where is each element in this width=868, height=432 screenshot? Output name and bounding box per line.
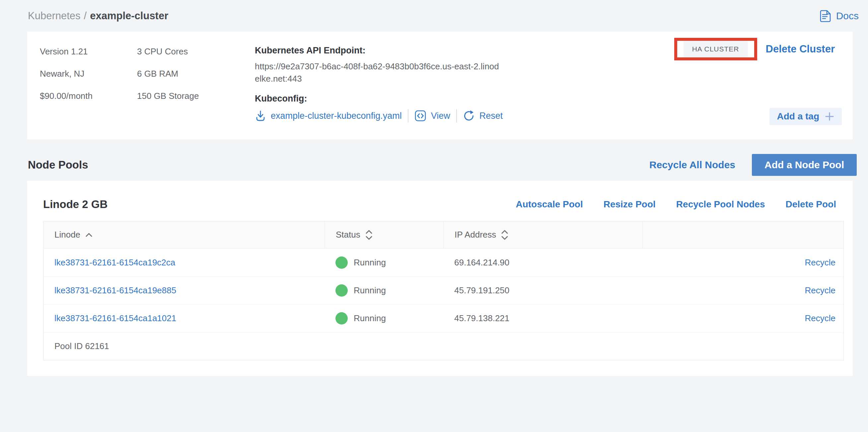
pool-name: Linode 2 GB	[43, 198, 107, 211]
nodes-table: Linode Status IP Address	[43, 221, 844, 360]
cluster-specs: Version 1.21 Newark, NJ $90.00/month 3 C…	[40, 40, 199, 107]
node-action-cell: Recycle	[642, 305, 843, 332]
table-row: lke38731-62161-6154ca19e885 Running 45.7…	[43, 276, 843, 304]
refresh-icon	[463, 110, 475, 122]
ha-cluster-badge: HA CLUSTER	[684, 41, 748, 57]
column-header-status-label: Status	[336, 229, 360, 240]
node-name-cell: lke38731-62161-6154ca1a1021	[43, 305, 324, 332]
node-pool-card: Linode 2 GB Autoscale Pool Resize Pool R…	[27, 181, 853, 376]
pool-action-links: Autoscale Pool Resize Pool Recycle Pool …	[516, 199, 836, 210]
ip-address: 69.164.214.90	[454, 257, 509, 268]
node-ip-cell: 45.79.138.221	[443, 305, 642, 332]
add-tag-label: Add a tag	[777, 111, 819, 122]
autoscale-pool-button[interactable]: Autoscale Pool	[516, 199, 583, 210]
download-icon	[255, 110, 266, 121]
chevron-up-down-icon	[365, 229, 373, 240]
resize-pool-button[interactable]: Resize Pool	[603, 199, 656, 210]
recycle-all-nodes-button[interactable]: Recycle All Nodes	[649, 159, 735, 171]
recycle-node-button[interactable]: Recycle	[805, 257, 835, 268]
node-pools-actions: Recycle All Nodes Add a Node Pool	[649, 154, 853, 176]
breadcrumb-separator: /	[84, 10, 87, 22]
node-pools-section-header: Node Pools Recycle All Nodes Add a Node …	[28, 154, 853, 176]
api-endpoint-label: Kubernetes API Endpoint:	[255, 45, 507, 56]
spec-version: Version 1.21	[40, 40, 137, 63]
divider	[408, 109, 408, 122]
breadcrumb-cluster-name[interactable]: example-cluster	[90, 10, 168, 22]
status-label: Running	[354, 313, 386, 323]
chevron-up-down-icon	[501, 229, 509, 240]
node-action-cell: Recycle	[642, 277, 843, 304]
pool-id-footer: Pool ID 62161	[43, 332, 843, 360]
column-header-actions	[642, 221, 843, 248]
ip-address: 45.79.191.250	[454, 285, 509, 296]
add-tag-button[interactable]: Add a tag	[770, 108, 842, 125]
docs-label: Docs	[836, 10, 859, 22]
pool-id-label: Pool ID 62161	[54, 341, 109, 351]
node-status-cell: Running	[324, 305, 443, 332]
node-action-cell: Recycle	[642, 248, 843, 276]
spec-price: $90.00/month	[40, 85, 137, 107]
spec-storage: 150 GB Storage	[137, 85, 199, 107]
chevron-up-icon	[85, 232, 93, 237]
status-label: Running	[354, 285, 386, 296]
spec-ram: 6 GB RAM	[137, 63, 199, 85]
code-brackets-icon	[414, 110, 426, 122]
kubeconfig-actions: example-cluster-kubeconfig.yaml View Res…	[255, 109, 507, 122]
delete-cluster-button[interactable]: Delete Cluster	[766, 43, 835, 55]
recycle-pool-nodes-button[interactable]: Recycle Pool Nodes	[676, 199, 765, 210]
delete-pool-button[interactable]: Delete Pool	[786, 199, 836, 210]
annotation-highlight-box: HA CLUSTER	[674, 38, 757, 60]
kubeconfig-view-link[interactable]: View	[431, 111, 450, 121]
recycle-node-button[interactable]: Recycle	[805, 313, 835, 323]
table-row: lke38731-62161-6154ca19c2ca Running 69.1…	[43, 248, 843, 276]
kubeconfig-label: Kubeconfig:	[255, 94, 507, 104]
kubeconfig-reset-link[interactable]: Reset	[479, 111, 503, 121]
pool-header: Linode 2 GB Autoscale Pool Resize Pool R…	[27, 181, 853, 211]
node-link[interactable]: lke38731-62161-6154ca19c2ca	[54, 257, 175, 268]
top-bar: Kubernetes/example-cluster Docs	[0, 0, 868, 32]
node-ip-cell: 69.164.214.90	[443, 248, 642, 276]
green-status-dot	[336, 284, 348, 297]
green-status-dot	[336, 256, 348, 269]
column-header-ip-label: IP Address	[455, 229, 496, 240]
column-header-linode[interactable]: Linode	[43, 221, 324, 248]
spec-cpu: 3 CPU Cores	[137, 40, 199, 63]
divider	[456, 109, 457, 122]
breadcrumb: Kubernetes/example-cluster	[28, 10, 168, 22]
table-header-row: Linode Status IP Address	[43, 221, 843, 248]
ha-delete-row: HA CLUSTER Delete Cluster	[674, 38, 835, 60]
node-pools-title: Node Pools	[28, 159, 88, 171]
node-status-cell: Running	[324, 277, 443, 304]
node-link[interactable]: lke38731-62161-6154ca1a1021	[54, 313, 176, 323]
node-status-cell: Running	[324, 248, 443, 276]
column-header-ip[interactable]: IP Address	[443, 221, 642, 248]
node-name-cell: lke38731-62161-6154ca19c2ca	[43, 248, 324, 276]
column-header-linode-label: Linode	[54, 229, 80, 240]
green-status-dot	[336, 312, 348, 325]
kubeconfig-download-link[interactable]: example-cluster-kubeconfig.yaml	[271, 111, 402, 121]
status-label: Running	[354, 257, 386, 268]
add-node-pool-button[interactable]: Add a Node Pool	[752, 154, 857, 176]
table-row: lke38731-62161-6154ca1a1021 Running 45.7…	[43, 304, 843, 332]
api-endpoint-url: https://9e2a7307-b6ac-408f-ba62-9483b0b3…	[255, 60, 502, 85]
breadcrumb-kubernetes-link[interactable]: Kubernetes	[28, 10, 81, 22]
docs-link[interactable]: Docs	[818, 9, 859, 23]
plus-icon	[825, 112, 835, 121]
endpoint-block: Kubernetes API Endpoint: https://9e2a730…	[255, 45, 507, 122]
node-name-cell: lke38731-62161-6154ca19e885	[43, 277, 324, 304]
cluster-summary-card: Version 1.21 Newark, NJ $90.00/month 3 C…	[27, 32, 853, 140]
ip-address: 45.79.138.221	[454, 313, 509, 323]
spec-region: Newark, NJ	[40, 63, 137, 85]
column-header-status[interactable]: Status	[324, 221, 443, 248]
node-ip-cell: 45.79.191.250	[443, 277, 642, 304]
node-link[interactable]: lke38731-62161-6154ca19e885	[54, 285, 176, 296]
document-icon	[818, 9, 832, 23]
recycle-node-button[interactable]: Recycle	[805, 285, 835, 296]
